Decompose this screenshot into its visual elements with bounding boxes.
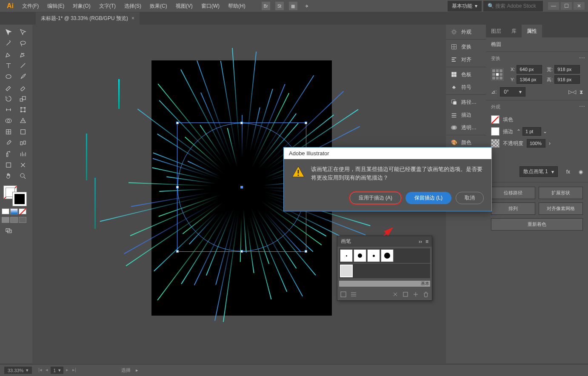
direct-selection-tool[interactable]	[16, 27, 30, 37]
next-artboard-icon[interactable]: ▸	[64, 367, 70, 373]
rail-transform[interactable]: 变换	[446, 40, 486, 53]
draw-behind[interactable]	[10, 217, 18, 223]
delete-brush-icon[interactable]	[422, 291, 429, 298]
brush-thumb[interactable]	[340, 249, 353, 262]
artboard-number[interactable]: 1▾	[51, 367, 63, 374]
paintbrush-tool[interactable]	[16, 71, 30, 82]
stroke-weight-input[interactable]	[522, 127, 541, 136]
brush-thumb[interactable]	[367, 249, 380, 262]
slice-tool[interactable]	[16, 160, 30, 170]
opacity-more[interactable]: ›	[549, 140, 551, 146]
draw-inside[interactable]	[19, 217, 26, 223]
tab-layers[interactable]: 图层	[486, 25, 506, 37]
brush-thumb[interactable]	[354, 249, 366, 262]
tab-libraries[interactable]: 库	[506, 25, 522, 37]
window-maximize[interactable]: ☐	[561, 2, 572, 10]
document-tab[interactable]: 未标题-1* @ 33.33% (RGB/GPU 预览) ×	[36, 12, 140, 25]
stroke-color-swatch[interactable]	[491, 127, 500, 136]
w-input[interactable]	[554, 65, 580, 74]
menu-effect[interactable]: 效果(C)	[146, 1, 171, 11]
search-stock-input[interactable]: 🔍 搜索 Adobe Stock	[483, 1, 543, 11]
menu-select[interactable]: 选择(S)	[121, 1, 145, 11]
zoom-dropdown[interactable]: 33.33%▾	[4, 367, 32, 374]
tab-properties[interactable]: 属性	[522, 25, 542, 37]
rail-stroke[interactable]: 描边	[446, 108, 486, 121]
color-mode-none[interactable]	[19, 208, 26, 214]
qa-offset-path[interactable]: 位移路径	[491, 187, 535, 199]
brushes-panel[interactable]: 画笔 ›› ≡ 基本	[337, 236, 432, 301]
artboard-tool[interactable]	[2, 160, 15, 170]
rail-appearance[interactable]: 外观	[446, 26, 486, 38]
panel-collapse-icon[interactable]: ››	[419, 239, 422, 245]
arrange-icon[interactable]: ▦	[289, 2, 297, 10]
opacity-swatch[interactable]	[491, 139, 500, 148]
reference-point[interactable]	[491, 68, 504, 81]
brush-thumb[interactable]	[381, 249, 394, 262]
screen-mode[interactable]	[2, 225, 15, 236]
apply-to-strokes-button[interactable]: 应用于描边 (A)	[350, 192, 401, 204]
fx-icon[interactable]: fx	[566, 169, 570, 175]
stroke-increase[interactable]: ⌄	[543, 128, 547, 134]
lasso-tool[interactable]	[16, 38, 30, 48]
color-mode-solid[interactable]	[2, 208, 9, 214]
more-options-icon[interactable]: ⋯	[579, 103, 585, 110]
free-transform-tool[interactable]	[16, 105, 30, 115]
qa-arrange[interactable]: 排列	[491, 202, 535, 215]
line-tool[interactable]	[16, 60, 30, 71]
window-close[interactable]: ✕	[574, 2, 585, 10]
more-options-icon[interactable]: ⋯	[579, 54, 585, 61]
recolor-icon[interactable]: ◉	[579, 169, 583, 175]
blend-tool[interactable]	[16, 138, 30, 148]
scale-tool[interactable]	[16, 94, 30, 104]
h-input[interactable]	[554, 75, 580, 84]
mesh-tool[interactable]	[2, 127, 15, 137]
qa-expand-shape[interactable]: 扩展形状	[539, 187, 583, 199]
type-tool[interactable]	[2, 60, 15, 71]
menu-object[interactable]: 对象(O)	[69, 1, 94, 11]
menu-view[interactable]: 视图(V)	[172, 1, 196, 11]
rail-transparency[interactable]: 透明…	[446, 121, 486, 134]
brush-definition-dropdown[interactable]: 散点画笔 1▾	[519, 166, 558, 177]
last-artboard-icon[interactable]: ▸|	[71, 367, 77, 373]
first-artboard-icon[interactable]: |◂	[37, 367, 43, 373]
cancel-button[interactable]: 取消	[456, 192, 484, 204]
stroke-decrease[interactable]: ⌃	[517, 128, 521, 134]
fill-color-swatch[interactable]	[491, 115, 500, 124]
eyedropper-tool[interactable]	[2, 138, 15, 148]
ellipse-tool[interactable]	[2, 71, 15, 82]
width-tool[interactable]	[2, 105, 15, 115]
close-icon[interactable]: ×	[131, 15, 134, 21]
menu-help[interactable]: 帮助(H)	[225, 1, 249, 11]
gradient-tool[interactable]	[16, 127, 30, 137]
bridge-icon[interactable]: Br	[262, 2, 270, 10]
panel-menu-icon[interactable]: ≡	[425, 239, 428, 245]
workspace-dropdown[interactable]: 基本功能▾	[448, 1, 482, 11]
window-minimize[interactable]: —	[548, 2, 559, 10]
menu-window[interactable]: 窗口(W)	[198, 1, 223, 11]
magic-wand-tool[interactable]	[2, 38, 15, 48]
x-input[interactable]	[517, 65, 542, 74]
brush-library-icon[interactable]	[340, 291, 347, 298]
rail-pathfinder[interactable]: 路径…	[446, 96, 486, 108]
rotate-tool[interactable]	[2, 94, 15, 104]
prev-artboard-icon[interactable]: ◂	[44, 367, 50, 373]
rotate-input[interactable]: 0°▾	[500, 87, 525, 97]
shape-builder-tool[interactable]	[2, 116, 15, 126]
graph-tool[interactable]	[16, 149, 30, 159]
stroke-swatch[interactable]	[13, 192, 26, 206]
color-controls[interactable]	[2, 185, 31, 207]
rail-align[interactable]: 对齐	[446, 53, 486, 66]
brush-libraries-menu-icon[interactable]	[350, 291, 357, 298]
rail-symbols[interactable]: ♣符号	[446, 81, 486, 94]
menu-type[interactable]: 文字(T)	[96, 1, 119, 11]
curvature-tool[interactable]	[16, 49, 30, 60]
qa-pixel-align[interactable]: 对齐像素网格	[539, 202, 583, 215]
brush-options-icon[interactable]	[402, 291, 409, 298]
gpu-icon[interactable]: ✈	[303, 2, 311, 10]
shaper-tool[interactable]	[2, 83, 15, 93]
flip-v-icon[interactable]: ⧗	[579, 89, 583, 95]
selection-tool[interactable]	[2, 27, 15, 37]
draw-normal[interactable]	[2, 217, 9, 223]
qa-recolor[interactable]: 重新着色	[491, 218, 583, 231]
new-brush-icon[interactable]	[412, 291, 419, 298]
